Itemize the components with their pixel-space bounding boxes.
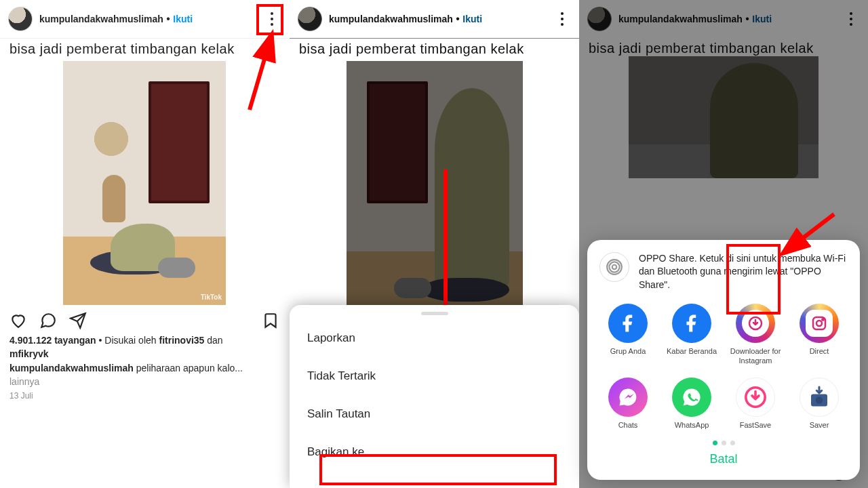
liker-1[interactable]: fitrinovi35 bbox=[159, 335, 204, 346]
sheet-handle[interactable] bbox=[421, 312, 448, 315]
panel-step2: kumpulandakwahmuslimah • Ikuti bisa jadi… bbox=[290, 0, 579, 488]
post-date: 13 Juli bbox=[0, 388, 289, 407]
caption-username[interactable]: kumpulandakwahmuslimah bbox=[9, 363, 134, 373]
svg-point-6 bbox=[612, 264, 617, 269]
tiktok-watermark: TikTok bbox=[201, 293, 222, 301]
arrow-to-downloader bbox=[780, 210, 841, 260]
option-copy-link[interactable]: Salin Tautan bbox=[290, 395, 579, 433]
share-fb-group[interactable]: Grup Anda bbox=[599, 304, 656, 365]
share-icon[interactable] bbox=[69, 312, 87, 329]
bookmark-icon[interactable] bbox=[262, 312, 279, 329]
like-icon[interactable] bbox=[9, 312, 27, 329]
svg-point-11 bbox=[816, 321, 822, 326]
share-direct[interactable]: Direct bbox=[791, 304, 848, 365]
share-whatsapp[interactable]: WhatsApp bbox=[663, 378, 720, 430]
username: kumpulandakwahmuslimah bbox=[329, 14, 453, 24]
system-share-sheet: OPPO Share. Ketuk di sini untuk membuka … bbox=[587, 240, 860, 480]
share-saver[interactable]: Saver bbox=[791, 378, 848, 430]
share-chats[interactable]: Chats bbox=[599, 378, 656, 430]
option-report[interactable]: Laporkan bbox=[290, 319, 579, 357]
option-not-interested[interactable]: Tidak Tertarik bbox=[290, 357, 579, 395]
follow-link[interactable]: Ikuti bbox=[173, 14, 193, 24]
svg-line-16 bbox=[788, 214, 834, 249]
highlight-downloader-app bbox=[726, 244, 781, 314]
post-caption-top: bisa jadi pemberat timbangan kelak bbox=[290, 39, 579, 61]
cancel-button[interactable]: Batal bbox=[599, 452, 848, 466]
svg-line-0 bbox=[250, 41, 270, 110]
follow-link: Ikuti bbox=[462, 14, 482, 24]
share-grid: Grup Anda Kabar Beranda Downloader for I… bbox=[599, 304, 848, 430]
svg-point-15 bbox=[816, 396, 823, 404]
avatar bbox=[298, 7, 322, 31]
post-media[interactable]: TikTok bbox=[63, 61, 226, 305]
more-link[interactable]: lainnya bbox=[9, 376, 39, 387]
post-actions bbox=[0, 305, 289, 333]
panel-step3: kumpulandakwahmuslimah • Ikuti bisa jadi… bbox=[579, 0, 868, 488]
page-dots bbox=[599, 441, 848, 445]
highlight-more-button bbox=[256, 4, 283, 35]
post-header: kumpulandakwahmuslimah • Ikuti bbox=[0, 0, 289, 39]
caption-body: peliharaan apapun kalo... bbox=[134, 363, 243, 373]
liker-2[interactable]: mfikryvk bbox=[9, 348, 49, 359]
oppo-share-icon bbox=[599, 252, 629, 282]
more-options-button bbox=[553, 10, 571, 28]
share-fb-feed[interactable]: Kabar Beranda bbox=[663, 304, 720, 365]
arrow-to-more bbox=[244, 35, 285, 119]
view-count: 4.901.122 tayangan bbox=[9, 335, 96, 346]
separator: • bbox=[163, 13, 174, 24]
comment-icon[interactable] bbox=[39, 312, 57, 329]
panel-step1: kumpulandakwahmuslimah • Ikuti bisa jadi… bbox=[0, 0, 290, 488]
post-header-dim: kumpulandakwahmuslimah • Ikuti bbox=[290, 0, 579, 39]
avatar[interactable] bbox=[8, 7, 33, 31]
svg-point-7 bbox=[609, 262, 619, 272]
post-meta: 4.901.122 tayangan • Disukai oleh fitrin… bbox=[0, 333, 289, 388]
svg-point-12 bbox=[822, 319, 823, 321]
username[interactable]: kumpulandakwahmuslimah bbox=[39, 14, 163, 24]
highlight-share-option bbox=[319, 454, 557, 485]
share-fastsave[interactable]: FastSave bbox=[727, 378, 784, 430]
